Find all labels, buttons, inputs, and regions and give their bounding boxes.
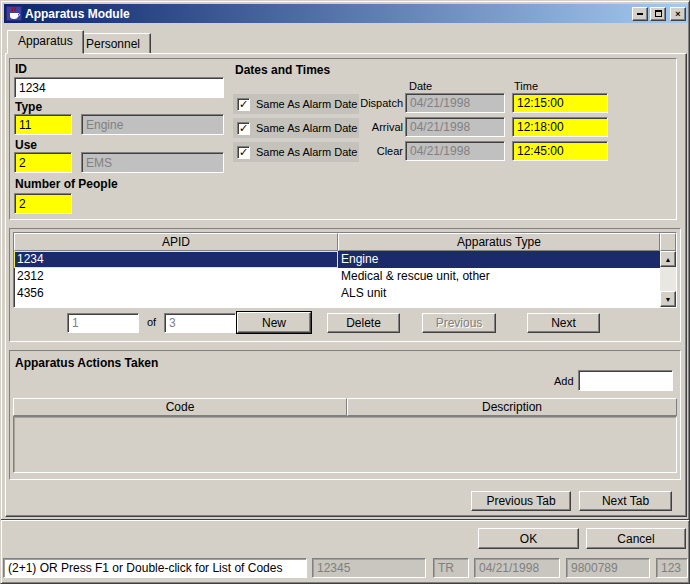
clear-date-field: 04/21/1998	[405, 141, 505, 161]
close-button[interactable]: ×	[670, 7, 686, 21]
next-tab-button[interactable]: Next Tab	[579, 491, 672, 511]
delete-button[interactable]: Delete	[327, 313, 400, 333]
dates-times-title: Dates and Times	[235, 63, 330, 77]
actions-table-body[interactable]	[13, 416, 677, 473]
clear-same-as-alarm-checkbox[interactable]: ✓ Same As Alarm Date	[233, 142, 359, 162]
close-icon: ×	[675, 9, 680, 19]
status-field-date: 04/21/1998	[474, 558, 560, 578]
actions-title: Apparatus Actions Taken	[15, 356, 158, 370]
minimize-icon	[637, 13, 643, 15]
next-button[interactable]: Next	[527, 313, 600, 333]
time-column-label: Time	[514, 80, 538, 92]
scroll-up-button[interactable]: ▲	[660, 251, 676, 267]
use-code-input[interactable]	[14, 152, 72, 173]
previous-tab-button[interactable]: Previous Tab	[471, 491, 571, 511]
apparatus-type-column-header[interactable]: Apparatus Type	[338, 233, 660, 251]
check-icon: ✓	[237, 98, 250, 111]
status-message: (2+1) OR Press F1 or Double-click for Li…	[3, 558, 307, 578]
ok-button[interactable]: OK	[478, 528, 579, 549]
people-input[interactable]	[14, 193, 72, 214]
scroll-down-icon: ▼	[665, 296, 672, 303]
previous-button[interactable]: Previous	[422, 313, 496, 333]
code-column-header[interactable]: Code	[13, 398, 347, 416]
status-field-fdid: 12345	[312, 558, 426, 578]
scroll-down-button[interactable]: ▼	[660, 291, 676, 307]
record-index-input[interactable]	[67, 313, 139, 333]
dispatch-date-field: 04/21/1998	[405, 93, 505, 113]
java-cup-icon	[6, 6, 22, 21]
record-count-input[interactable]	[164, 313, 236, 333]
type-code-input[interactable]	[14, 114, 72, 135]
use-description-field: EMS	[81, 152, 224, 173]
add-code-input[interactable]	[578, 370, 673, 391]
apid-column-header[interactable]: APID	[14, 233, 338, 251]
arrival-same-as-alarm-checkbox[interactable]: ✓ Same As Alarm Date	[233, 118, 359, 138]
scrollbar-header-spacer	[660, 233, 676, 251]
clear-label: Clear	[359, 145, 403, 157]
scroll-up-icon: ▲	[665, 256, 672, 263]
arrival-date-field: 04/21/1998	[405, 117, 505, 137]
tab-personnel-label: Personnel	[86, 37, 140, 51]
arrival-time-input[interactable]	[512, 117, 608, 137]
date-column-label: Date	[409, 80, 432, 92]
table-row[interactable]: 4356 ALS unit	[14, 285, 660, 302]
table-row[interactable]: 2312 Medical & rescue unit, other	[14, 268, 660, 285]
check-icon: ✓	[237, 146, 250, 159]
maximize-button[interactable]	[650, 7, 666, 21]
clear-time-input[interactable]	[512, 141, 608, 161]
separator-line	[1, 519, 690, 521]
cancel-button[interactable]: Cancel	[586, 528, 686, 549]
type-description-field: Engine	[81, 114, 224, 135]
id-input[interactable]	[14, 77, 224, 98]
status-field-state: TR	[433, 558, 469, 578]
apid-cell[interactable]: 1234	[14, 251, 338, 268]
type-cell[interactable]: Medical & rescue unit, other	[338, 268, 660, 285]
status-field-incident: 9800789	[566, 558, 650, 578]
dispatch-same-as-alarm-checkbox[interactable]: ✓ Same As Alarm Date	[233, 94, 359, 114]
checkbox-label: Same As Alarm Date	[256, 146, 358, 158]
apparatus-table: APID Apparatus Type 1234 Engine 2312 Med…	[13, 232, 677, 308]
add-label: Add	[554, 375, 574, 387]
actions-table-header: Code Description	[13, 398, 677, 416]
apid-cell[interactable]: 2312	[14, 268, 338, 285]
dispatch-label: Dispatch	[359, 97, 403, 109]
maximize-icon	[655, 10, 662, 17]
table-scrollbar[interactable]: ▲ ▼	[660, 251, 676, 307]
checkbox-label: Same As Alarm Date	[256, 98, 358, 110]
type-cell[interactable]: Engine	[338, 251, 660, 268]
tab-personnel[interactable]: Personnel	[75, 33, 151, 54]
table-row[interactable]: 1234 Engine	[14, 251, 660, 268]
description-column-header[interactable]: Description	[347, 398, 677, 416]
checkbox-label: Same As Alarm Date	[256, 122, 358, 134]
tab-apparatus-label: Apparatus	[18, 34, 73, 48]
people-label: Number of People	[15, 177, 118, 191]
new-button[interactable]: New	[237, 312, 311, 333]
dispatch-time-input[interactable]	[512, 93, 608, 113]
window-title: Apparatus Module	[25, 7, 130, 21]
of-label: of	[147, 316, 156, 328]
apparatus-module-window: Apparatus Module × Apparatus Personnel I…	[0, 0, 690, 584]
use-label: Use	[15, 138, 37, 152]
minimize-button[interactable]	[632, 7, 648, 21]
id-label: ID	[15, 62, 27, 76]
check-icon: ✓	[237, 122, 250, 135]
title-bar[interactable]: Apparatus Module ×	[4, 4, 688, 23]
apid-cell[interactable]: 4356	[14, 285, 338, 302]
type-cell[interactable]: ALS unit	[338, 285, 660, 302]
tab-apparatus[interactable]: Apparatus	[7, 30, 84, 54]
status-field-exposure: 123	[656, 558, 688, 578]
arrival-label: Arrival	[359, 121, 403, 133]
type-label: Type	[15, 100, 42, 114]
